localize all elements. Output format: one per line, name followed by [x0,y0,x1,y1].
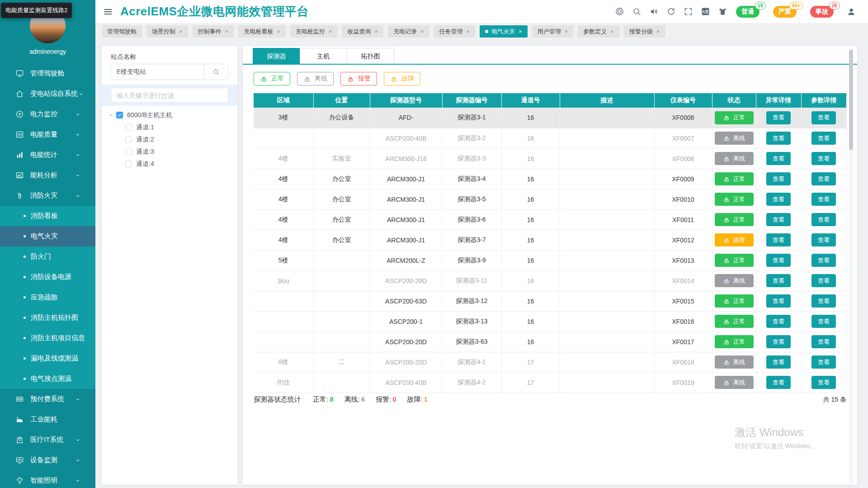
sidebar-item-fire-safety[interactable]: 消防火灾 [0,185,95,206]
alarm-badge-severe[interactable]: 严重99+ [773,6,797,18]
tab-close-icon[interactable]: × [610,28,614,35]
view-exception-button[interactable]: 查看 [766,213,791,226]
sidebar-subitem-electrical-contact-temp[interactable]: 电气接点测温 [0,369,95,389]
workspace-tab-4[interactable]: 充电桩监控× [290,25,338,38]
view-exception-button[interactable]: 查看 [766,294,791,308]
table-row[interactable]: 8楼二ASCP200-20D探测器4-117XF0018离线查看查看 [254,352,846,372]
table-row[interactable]: ASCP200-1探测器3-1316XF0016正常查看查看 [254,311,846,332]
theme-shirt-icon[interactable] [718,7,727,16]
table-row[interactable]: 3louASCP200-20D探测器3-1116XF0014离线查看查看 [254,270,846,291]
table-row[interactable]: 4楼办公室ARCM300-J1探测器3-516XF0010正常查看查看 [254,189,846,209]
view-params-button[interactable]: 查看 [811,335,836,348]
view-exception-button[interactable]: 查看 [766,152,791,165]
sidebar-item-medical-it[interactable]: 医疗IT系统 [0,430,95,450]
sidebar-subitem-leakage-cable-temp[interactable]: 漏电及线缆测温 [0,348,95,369]
tab-close-icon[interactable]: × [225,28,229,35]
checkbox-unchecked[interactable] [125,136,132,143]
sidebar-subitem-fire-equipment-power[interactable]: 消防设备电源 [0,267,95,287]
view-exception-button[interactable]: 查看 [766,274,791,287]
table-row[interactable]: 3楼办公设备AFD-探测器3-116XF0006正常查看查看 [254,108,846,128]
workspace-tab-8[interactable]: 电气火灾× [480,25,528,38]
filter-button-normal[interactable]: 正常 [254,72,290,85]
tree-node[interactable]: 通道:3 [102,146,237,158]
view-params-button[interactable]: 查看 [811,315,836,328]
view-exception-button[interactable]: 查看 [766,335,791,348]
table-row[interactable]: 5楼ARCM200L-Z探测器3-916XF0013正常查看查看 [254,250,846,270]
tree-node[interactable]: 通道:2 [102,133,237,146]
sidebar-subitem-fire-host-project-info[interactable]: 消防主机项目信息 [0,328,95,348]
alarm-badge-accident[interactable]: 事故26 [810,6,834,18]
table-row[interactable]: 4楼办公室ARCM300-J1探测器3-416XF0009正常查看查看 [254,169,846,189]
filter-button-alarm[interactable]: 报警 [340,72,377,85]
sidebar-item-prepaid-system[interactable]: 预付费系统 [0,389,95,409]
sidebar-subitem-emergency-evacuation[interactable]: 应急疏散 [0,287,95,308]
table-row[interactable]: ASCP200-63D探测器3-1216XF0015正常查看查看 [254,291,846,311]
tab-close-icon[interactable]: × [420,28,424,35]
view-params-button[interactable]: 查看 [811,172,836,185]
tab-close-icon[interactable]: × [179,28,183,35]
checkbox-unchecked[interactable] [125,124,132,131]
volume-icon[interactable] [649,7,659,16]
tab-close-icon[interactable]: × [656,28,660,35]
sidebar-subitem-electrical-fire[interactable]: 电气火灾 [0,226,95,246]
view-params-button[interactable]: 查看 [811,132,836,145]
sidebar-item-substation-system[interactable]: 变电站综自系统 [0,84,95,104]
main-tab-detector[interactable]: 探测器 [253,48,300,64]
tab-close-icon[interactable]: × [277,28,280,35]
workspace-tab-5[interactable]: 收益查询× [342,25,383,38]
view-exception-button[interactable]: 查看 [766,132,791,145]
workspace-tab-7[interactable]: 任务管理× [434,25,476,38]
sidebar-item-power-stats[interactable]: 电能统计 [0,145,95,165]
tree-node[interactable]: 通道:1 [102,121,237,133]
view-params-button[interactable]: 查看 [811,274,836,287]
view-params-button[interactable]: 查看 [811,376,836,389]
view-exception-button[interactable]: 查看 [766,193,791,206]
table-row[interactable]: 4楼实验室ARCM300-J16探测器3-316XF0008离线查看查看 [254,148,846,169]
view-exception-button[interactable]: 查看 [766,315,791,328]
table-row[interactable]: ASCP200-40B探测器3-216XF0007离线查看查看 [254,128,846,148]
site-search-button[interactable] [204,64,228,80]
main-tab-host[interactable]: 主机 [300,48,347,64]
sidebar-item-power-quality[interactable]: 电能质量 [0,124,95,145]
tab-close-icon[interactable]: × [329,28,332,35]
view-params-button[interactable]: 查看 [811,294,836,308]
tree-node-root[interactable]: 6000/B主机主机 [102,109,237,121]
view-params-button[interactable]: 查看 [811,233,836,246]
view-exception-button[interactable]: 查看 [766,355,791,369]
tab-close-icon[interactable]: × [374,28,378,35]
tree-filter-input[interactable] [111,88,228,103]
table-row[interactable]: ASCP200-20D探测器3-6316XF0017正常查看查看 [254,332,846,352]
sidebar-item-energy-analysis[interactable]: 能耗分析 [0,165,95,185]
sidebar-subitem-fire-door[interactable]: 防火门 [0,246,95,267]
checkbox-checked[interactable] [116,112,123,118]
sidebar-item-device-monitor[interactable]: 设备监测 [0,450,95,470]
workspace-tab-6[interactable]: 充电记录× [388,25,429,38]
sidebar-subitem-fire-host-topology[interactable]: 消防主机拓扑图 [0,308,95,328]
sidebar-item-smart-lighting[interactable]: 智能照明 [0,470,95,488]
scrollbar-thumb[interactable] [849,50,853,150]
view-exception-button[interactable]: 查看 [766,111,791,124]
workspace-tab-3[interactable]: 充电桩看板× [238,25,286,38]
workspace-tab-10[interactable]: 参数定义× [578,25,619,38]
view-exception-button[interactable]: 查看 [766,376,791,389]
sidebar-subitem-fire-board[interactable]: 消防看板 [0,206,95,226]
checkbox-unchecked[interactable] [125,148,132,155]
view-exception-button[interactable]: 查看 [766,172,791,185]
user-icon[interactable] [846,7,856,17]
table-row[interactable]: 闭挂ASCP200-40B探测器4-217XF0019离线查看查看 [254,372,846,393]
view-params-button[interactable]: 查看 [811,254,836,267]
search-icon[interactable] [632,7,642,16]
workspace-tab-0[interactable]: 管理驾驶舱 [102,25,142,38]
main-tab-topology[interactable]: 拓扑图 [347,48,394,64]
site-search-input[interactable] [111,64,204,80]
tab-close-icon[interactable]: × [565,28,568,35]
sidebar-item-power-monitor[interactable]: 电力监控 [0,104,95,124]
sidebar-item-industrial-energy[interactable]: 工业能耗 [0,409,95,430]
tree-node[interactable]: 通道:4 [102,158,237,170]
tab-close-icon[interactable]: × [519,28,522,35]
table-row[interactable]: 4楼办公室ARCM300-J1探测器3-616XF0011正常查看查看 [254,209,846,230]
view-params-button[interactable]: 查看 [811,355,836,369]
workspace-tab-11[interactable]: 报警分级× [624,25,665,38]
refresh-icon[interactable] [666,7,676,16]
hamburger-menu-icon[interactable] [103,7,113,17]
